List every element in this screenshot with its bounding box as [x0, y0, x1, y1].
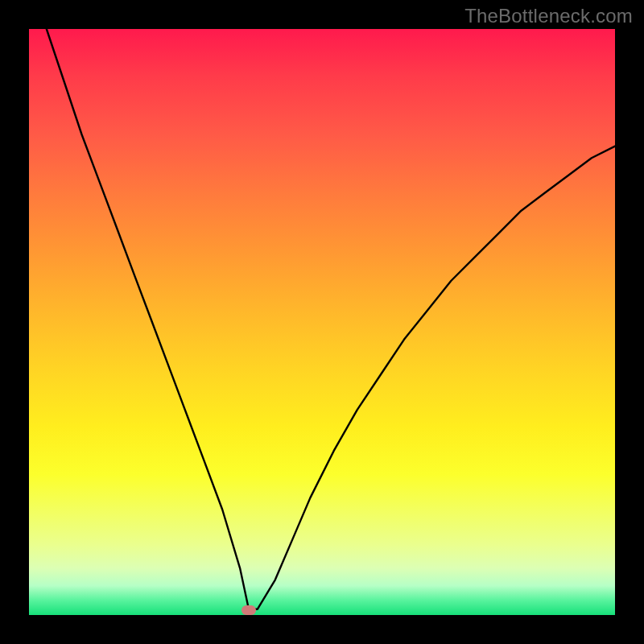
plot-area — [29, 29, 615, 615]
bottleneck-curve — [29, 29, 615, 615]
chart-frame: TheBottleneck.com — [0, 0, 644, 644]
watermark-text: TheBottleneck.com — [464, 5, 633, 27]
minimum-marker — [242, 605, 256, 615]
